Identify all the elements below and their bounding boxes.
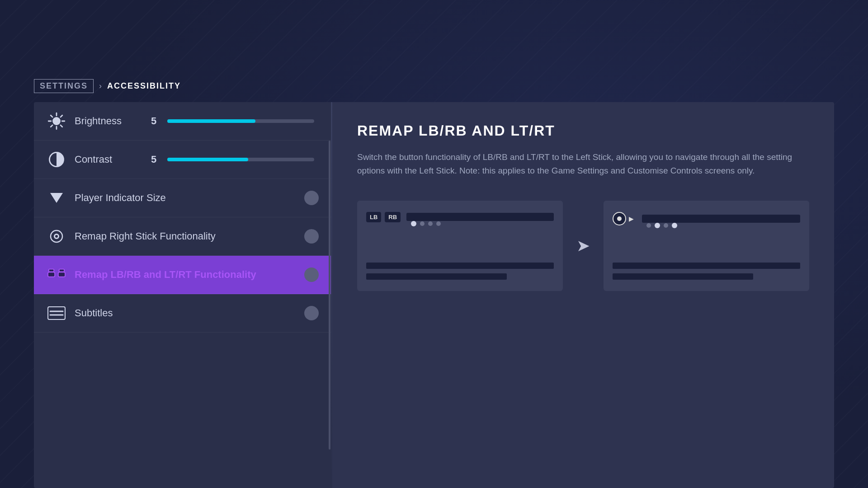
nav-dot — [655, 223, 660, 228]
player-indicator-size-label: Player Indicator Size — [75, 192, 304, 204]
triangle-icon — [47, 189, 66, 207]
remap-right-stick-item[interactable]: Remap Right Stick Functionality — [34, 217, 332, 256]
svg-rect-14 — [58, 272, 65, 277]
breadcrumb-separator: › — [99, 81, 102, 91]
diagram-after-lines — [613, 263, 800, 280]
svg-point-12 — [55, 235, 58, 238]
player-indicator-size-item[interactable]: Player Indicator Size — [34, 179, 332, 217]
detail-title: REMAP LB/RB AND LT/RT — [357, 122, 809, 139]
remap-lb-rb-toggle[interactable] — [304, 267, 319, 282]
nav-bar-before — [406, 213, 554, 221]
subtitles-icon — [47, 304, 66, 322]
diagram-before-top: LB RB — [366, 212, 554, 222]
remap-right-stick-label: Remap Right Stick Functionality — [75, 230, 304, 242]
eye-ring-icon — [47, 227, 66, 245]
settings-menu: Brightness 5 Contrast 5 — [34, 102, 332, 488]
remap-lb-rb-item[interactable]: Remap LB/RB and LT/RT Functionality — [34, 256, 332, 294]
diagram-container: LB RB — [357, 201, 809, 291]
menu-line — [613, 273, 753, 280]
svg-rect-16 — [59, 269, 64, 272]
breadcrumb-settings: SETTINGS — [34, 79, 94, 93]
ls-arrow-right: ▶ — [629, 215, 634, 222]
contrast-label: Contrast — [75, 154, 147, 165]
contrast-row[interactable]: Contrast 5 — [34, 141, 332, 179]
arrow-right-icon: ➤ — [576, 236, 590, 255]
svg-rect-17 — [48, 307, 65, 319]
menu-line — [366, 273, 507, 280]
subtitles-item[interactable]: Subtitles — [34, 294, 332, 333]
menu-line — [366, 263, 554, 269]
detail-panel: REMAP LB/RB AND LT/RT Switch the button … — [332, 102, 834, 488]
ls-indicator: ▶ — [613, 212, 634, 225]
player-indicator-size-toggle[interactable] — [304, 191, 319, 205]
menu-line — [613, 263, 800, 269]
svg-point-0 — [52, 117, 61, 125]
brightness-slider[interactable] — [167, 119, 314, 123]
brightness-icon — [47, 112, 66, 130]
ls-circle — [613, 212, 626, 225]
diagram-after: ▶ — [604, 201, 809, 291]
nav-dot — [436, 221, 441, 226]
nav-dot — [646, 223, 651, 228]
diagram-before: LB RB — [357, 201, 563, 291]
contrast-slider[interactable] — [167, 158, 314, 161]
lb-badge: LB — [366, 212, 381, 222]
diagram-before-lines — [366, 263, 554, 280]
detail-description: Switch the button functionality of LB/RB… — [357, 150, 809, 178]
nav-dots-before — [411, 221, 441, 226]
scrollbar[interactable] — [329, 141, 330, 449]
diagram-after-top: ▶ — [613, 212, 800, 225]
subtitles-label: Subtitles — [75, 307, 304, 319]
nav-dot — [672, 223, 677, 228]
svg-line-6 — [61, 125, 62, 127]
remap-icon — [47, 266, 66, 284]
nav-dots-after — [646, 223, 677, 228]
remap-right-stick-toggle[interactable] — [304, 229, 319, 244]
svg-line-8 — [51, 125, 52, 127]
svg-rect-13 — [48, 272, 55, 277]
svg-line-7 — [61, 115, 62, 117]
nav-bar-after — [642, 215, 800, 223]
brightness-row[interactable]: Brightness 5 — [34, 102, 332, 141]
nav-dot — [411, 221, 416, 226]
nav-dot — [664, 223, 668, 228]
rb-badge: RB — [385, 212, 401, 222]
breadcrumb: SETTINGS › ACCESSIBILITY — [34, 79, 834, 93]
subtitles-toggle[interactable] — [304, 306, 319, 320]
brightness-label: Brightness — [75, 115, 147, 127]
contrast-value: 5 — [147, 154, 160, 165]
nav-dot — [428, 221, 433, 226]
brightness-value: 5 — [147, 115, 160, 127]
svg-rect-15 — [49, 269, 54, 272]
svg-line-5 — [51, 115, 52, 117]
ls-inner — [617, 216, 622, 221]
content-area: Brightness 5 Contrast 5 — [34, 102, 834, 488]
remap-lb-rb-label: Remap LB/RB and LT/RT Functionality — [75, 269, 304, 281]
breadcrumb-current: ACCESSIBILITY — [107, 81, 181, 91]
contrast-icon — [47, 150, 66, 169]
nav-dot — [420, 221, 425, 226]
